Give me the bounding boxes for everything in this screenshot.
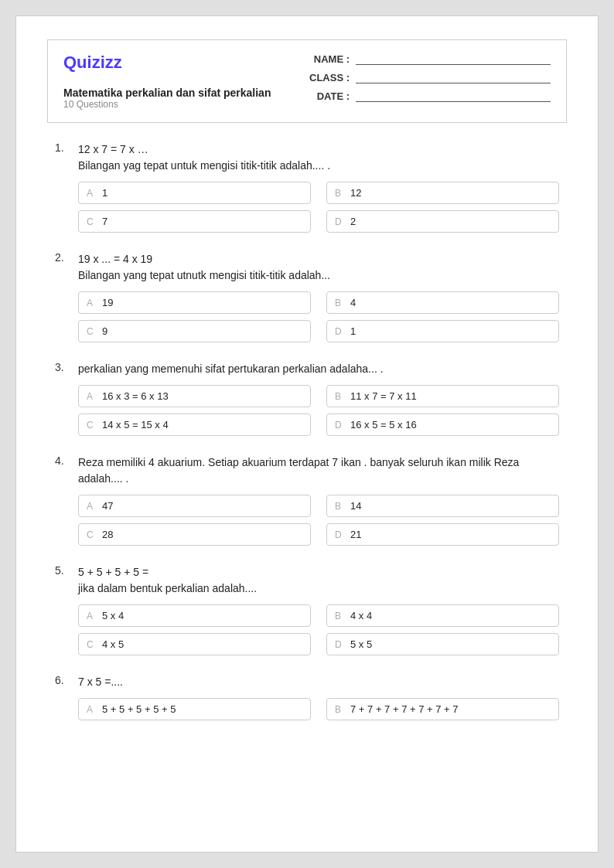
question-block-4: 4.Reza memiliki 4 akuarium. Setiap akuar…	[55, 454, 559, 546]
option-1-B[interactable]: B12	[326, 182, 559, 204]
name-label: NAME :	[303, 53, 350, 65]
option-text-5-C: 4 x 5	[102, 638, 124, 650]
option-text-2-A: 19	[102, 297, 113, 308]
option-letter-1-B: B	[335, 188, 344, 199]
option-letter-5-C: C	[87, 639, 96, 650]
option-1-D[interactable]: D2	[326, 210, 559, 233]
option-letter-1-D: D	[335, 216, 344, 227]
option-text-5-D: 5 x 5	[350, 638, 372, 650]
option-letter-4-D: D	[335, 529, 344, 540]
option-text-2-D: 1	[350, 325, 356, 337]
option-4-B[interactable]: B14	[326, 495, 559, 517]
option-text-4-C: 28	[102, 529, 113, 540]
option-2-A[interactable]: A19	[78, 291, 311, 314]
options-grid-4: A47B14C28D21	[78, 495, 559, 546]
class-line[interactable]	[356, 71, 551, 83]
option-text-3-B: 11 x 7 = 7 x 11	[350, 390, 417, 402]
option-text-3-A: 16 x 3 = 6 x 13	[102, 390, 169, 402]
question-text-5: 5 + 5 + 5 + 5 =jika dalam bentuk perkali…	[78, 564, 257, 597]
question-block-6: 6.7 x 5 =....A5 + 5 + 5 + 5 + 5B7 + 7 + …	[55, 674, 559, 720]
question-text-4: Reza memiliki 4 akuarium. Setiap akuariu…	[78, 454, 559, 487]
question-text-2: 19 x ... = 4 x 19Bilangan yang tepat utn…	[78, 251, 330, 284]
page: Quizizz Matematika perkalian dan sifat p…	[15, 15, 599, 853]
question-number-6: 6.	[55, 674, 70, 690]
name-line[interactable]	[356, 53, 551, 65]
question-header-1: 1.12 x 7 = 7 x …Bilangan yag tepat untuk…	[55, 141, 559, 174]
question-text-6: 7 x 5 =....	[78, 674, 123, 690]
header-right: NAME : CLASS : DATE :	[303, 53, 551, 102]
option-5-B[interactable]: B4 x 4	[326, 604, 559, 627]
question-number-5: 5.	[55, 564, 70, 597]
option-letter-2-C: C	[87, 326, 96, 337]
option-2-B[interactable]: B4	[326, 291, 559, 314]
quiz-subtitle: 10 Questions	[63, 99, 271, 110]
quiz-title: Matematika perkalian dan sifat perkalian	[63, 87, 271, 99]
option-letter-2-B: B	[335, 298, 344, 308]
option-text-6-A: 5 + 5 + 5 + 5 + 5	[102, 703, 176, 715]
option-5-A[interactable]: A5 x 4	[78, 604, 311, 627]
options-grid-6: A5 + 5 + 5 + 5 + 5B7 + 7 + 7 + 7 + 7 + 7…	[78, 698, 559, 720]
option-3-B[interactable]: B11 x 7 = 7 x 11	[326, 385, 559, 407]
option-letter-3-B: B	[335, 391, 344, 402]
option-letter-2-D: D	[335, 326, 344, 337]
option-letter-1-A: A	[87, 188, 96, 199]
option-letter-2-A: A	[87, 298, 96, 308]
option-text-2-B: 4	[350, 297, 356, 308]
date-line[interactable]	[356, 90, 551, 102]
questions-section: 1.12 x 7 = 7 x …Bilangan yag tepat untuk…	[47, 141, 567, 720]
option-letter-5-B: B	[335, 611, 344, 621]
option-6-B[interactable]: B7 + 7 + 7 + 7 + 7 + 7 + 7	[326, 698, 559, 720]
options-grid-2: A19B4C9D1	[78, 291, 559, 342]
date-label: DATE :	[303, 90, 350, 102]
option-3-C[interactable]: C14 x 5 = 15 x 4	[78, 414, 311, 436]
option-letter-4-A: A	[87, 501, 96, 512]
option-5-D[interactable]: D5 x 5	[326, 633, 559, 655]
option-text-4-B: 14	[350, 500, 361, 512]
options-grid-5: A5 x 4B4 x 4C4 x 5D5 x 5	[78, 604, 559, 655]
question-number-2: 2.	[55, 251, 70, 284]
option-4-C[interactable]: C28	[78, 523, 311, 546]
logo: Quizizz	[63, 53, 271, 73]
question-number-1: 1.	[55, 141, 70, 174]
option-letter-6-A: A	[87, 704, 96, 715]
question-header-4: 4.Reza memiliki 4 akuarium. Setiap akuar…	[55, 454, 559, 487]
option-4-D[interactable]: D21	[326, 523, 559, 546]
options-grid-3: A16 x 3 = 6 x 13B11 x 7 = 7 x 11C14 x 5 …	[78, 385, 559, 436]
option-1-C[interactable]: C7	[78, 210, 311, 233]
option-3-A[interactable]: A16 x 3 = 6 x 13	[78, 385, 311, 407]
header: Quizizz Matematika perkalian dan sifat p…	[47, 39, 567, 123]
question-text-3: perkalian yang memenuhi sifat pertukaran…	[78, 361, 384, 377]
question-block-3: 3.perkalian yang memenuhi sifat pertukar…	[55, 361, 559, 436]
option-text-2-C: 9	[102, 325, 107, 337]
question-block-5: 5.5 + 5 + 5 + 5 =jika dalam bentuk perka…	[55, 564, 559, 655]
option-text-4-A: 47	[102, 500, 113, 512]
option-1-A[interactable]: A1	[78, 182, 311, 204]
option-5-C[interactable]: C4 x 5	[78, 633, 311, 655]
option-letter-5-A: A	[87, 611, 96, 621]
option-text-1-A: 1	[102, 187, 107, 199]
option-letter-5-D: D	[335, 639, 344, 650]
question-header-3: 3.perkalian yang memenuhi sifat pertukar…	[55, 361, 559, 377]
option-2-C[interactable]: C9	[78, 320, 311, 342]
class-field-row: CLASS :	[303, 71, 551, 83]
question-header-6: 6.7 x 5 =....	[55, 674, 559, 690]
option-4-A[interactable]: A47	[78, 495, 311, 517]
name-field-row: NAME :	[303, 53, 551, 65]
option-text-1-B: 12	[350, 187, 361, 199]
question-block-2: 2.19 x ... = 4 x 19Bilangan yang tepat u…	[55, 251, 559, 342]
option-text-1-C: 7	[102, 216, 107, 227]
question-text-1: 12 x 7 = 7 x …Bilangan yag tepat untuk m…	[78, 141, 330, 174]
option-letter-4-B: B	[335, 501, 344, 512]
question-header-5: 5.5 + 5 + 5 + 5 =jika dalam bentuk perka…	[55, 564, 559, 597]
option-text-4-D: 21	[350, 529, 361, 540]
class-label: CLASS :	[303, 72, 350, 83]
option-3-D[interactable]: D16 x 5 = 5 x 16	[326, 414, 559, 436]
question-number-3: 3.	[55, 361, 70, 377]
option-text-6-B: 7 + 7 + 7 + 7 + 7 + 7 + 7	[350, 703, 459, 715]
options-grid-1: A1B12C7D2	[78, 182, 559, 233]
option-letter-3-A: A	[87, 391, 96, 402]
date-field-row: DATE :	[303, 90, 551, 102]
header-left: Quizizz Matematika perkalian dan sifat p…	[63, 53, 271, 110]
option-6-A[interactable]: A5 + 5 + 5 + 5 + 5	[78, 698, 311, 720]
option-2-D[interactable]: D1	[326, 320, 559, 342]
